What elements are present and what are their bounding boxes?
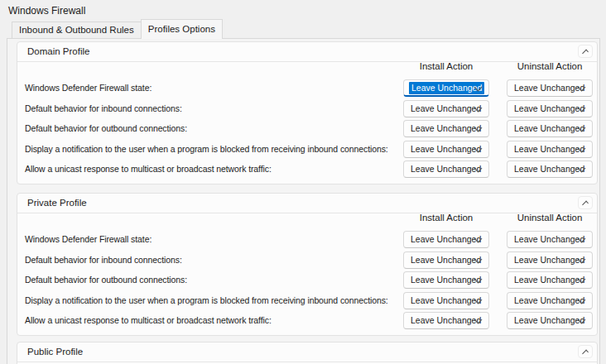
combo-value: Leave Unchanged	[514, 294, 584, 308]
setting-row: Default behavior for outbound connection…	[17, 120, 597, 137]
combo-value: Leave Unchanged	[411, 294, 481, 308]
uninstall-action-select[interactable]: Leave Unchanged	[507, 160, 593, 178]
setting-label: Default behavior for inbound connections…	[25, 100, 182, 117]
section-public-profile: Public Profile	[17, 342, 598, 364]
section-header-private-profile[interactable]: Private Profile	[17, 194, 597, 213]
section-title: Public Profile	[27, 342, 83, 362]
setting-row: Allow a unicast response to multicast or…	[17, 160, 597, 178]
install-action-column-header: Install Action	[403, 61, 489, 73]
setting-row: Display a notification to the user when …	[17, 141, 597, 158]
combo-value: Leave Unchanged	[514, 122, 584, 136]
setting-row: Windows Defender Firewall state:Leave Un…	[17, 79, 597, 97]
install-action-select[interactable]: Leave Unchanged	[403, 271, 489, 289]
combo-value: Leave Unchanged	[411, 232, 481, 247]
setting-label: Default behavior for inbound connections…	[25, 251, 182, 269]
section-title: Domain Profile	[27, 42, 89, 61]
combo-value: Leave Unchanged	[514, 102, 584, 116]
install-action-select[interactable]: Leave Unchanged	[403, 79, 489, 97]
setting-label: Allow a unicast response to multicast or…	[25, 160, 272, 178]
tab-content-panel: Domain ProfileInstall ActionUninstall Ac…	[7, 38, 600, 364]
setting-row: Default behavior for outbound connection…	[17, 271, 597, 289]
chevron-up-icon	[582, 201, 589, 208]
setting-row: Default behavior for inbound connections…	[17, 251, 597, 269]
setting-row: Display a notification to the user when …	[17, 292, 597, 309]
combo-value: Leave Unchanged	[409, 82, 484, 94]
combo-value: Leave Unchanged	[411, 142, 481, 156]
setting-row: Windows Defender Firewall state:Leave Un…	[17, 231, 597, 248]
windows-firewall-pane: Windows Firewall Inbound & Outbound Rule…	[0, 0, 606, 364]
combo-value: Leave Unchanged	[514, 232, 584, 247]
combo-value: Leave Unchanged	[411, 253, 481, 267]
uninstall-action-select[interactable]: Leave Unchanged	[507, 100, 593, 117]
install-action-select[interactable]: Leave Unchanged	[403, 292, 489, 309]
collapse-toggle-button[interactable]	[578, 196, 593, 209]
combo-value: Leave Unchanged	[411, 314, 481, 328]
setting-label: Display a notification to the user when …	[25, 292, 388, 309]
setting-label: Windows Defender Firewall state:	[25, 231, 152, 248]
setting-row: Allow a unicast response to multicast or…	[17, 312, 597, 329]
combo-value: Leave Unchanged	[514, 253, 584, 267]
setting-label: Default behavior for outbound connection…	[25, 120, 187, 137]
page-title: Windows Firewall	[8, 5, 85, 17]
install-action-select[interactable]: Leave Unchanged	[403, 100, 489, 117]
combo-value: Leave Unchanged	[411, 102, 481, 116]
combo-value: Leave Unchanged	[514, 314, 584, 328]
section-header-public-profile[interactable]: Public Profile	[17, 342, 597, 362]
section-title: Private Profile	[27, 194, 87, 213]
install-action-select[interactable]: Leave Unchanged	[403, 160, 489, 178]
setting-label: Allow a unicast response to multicast or…	[25, 312, 272, 329]
uninstall-action-select[interactable]: Leave Unchanged	[507, 141, 593, 158]
uninstall-action-select[interactable]: Leave Unchanged	[507, 271, 593, 289]
setting-label: Windows Defender Firewall state:	[25, 79, 152, 97]
section-domain-profile: Domain ProfileInstall ActionUninstall Ac…	[17, 41, 598, 184]
combo-value: Leave Unchanged	[514, 142, 584, 156]
chevron-up-icon	[582, 350, 589, 357]
uninstall-action-select[interactable]: Leave Unchanged	[507, 292, 593, 309]
section-header-domain-profile[interactable]: Domain Profile	[17, 42, 597, 62]
combo-value: Leave Unchanged	[411, 122, 481, 136]
combo-value: Leave Unchanged	[514, 273, 584, 287]
combo-value: Leave Unchanged	[411, 162, 481, 176]
tab-inbound-outbound-rules[interactable]: Inbound & Outbound Rules	[12, 22, 142, 38]
setting-label: Display a notification to the user when …	[25, 141, 388, 158]
uninstall-action-select[interactable]: Leave Unchanged	[507, 312, 593, 329]
section-private-profile: Private ProfileInstall ActionUninstall A…	[17, 193, 598, 336]
install-action-select[interactable]: Leave Unchanged	[403, 120, 489, 137]
uninstall-action-select[interactable]: Leave Unchanged	[507, 120, 593, 137]
uninstall-action-column-header: Uninstall Action	[507, 213, 593, 224]
uninstall-action-column-header: Uninstall Action	[507, 61, 593, 73]
setting-label: Default behavior for outbound connection…	[25, 271, 187, 289]
setting-row: Default behavior for inbound connections…	[17, 100, 597, 117]
tab-bar: Inbound & Outbound RulesProfiles Options	[12, 19, 222, 39]
tab-profiles-options[interactable]: Profiles Options	[141, 19, 223, 39]
uninstall-action-select[interactable]: Leave Unchanged	[507, 251, 593, 269]
install-action-select[interactable]: Leave Unchanged	[403, 231, 489, 248]
install-action-select[interactable]: Leave Unchanged	[403, 251, 489, 269]
chevron-up-icon	[582, 50, 589, 56]
combo-value: Leave Unchanged	[514, 162, 584, 176]
combo-value: Leave Unchanged	[411, 273, 481, 287]
install-action-select[interactable]: Leave Unchanged	[403, 312, 489, 329]
uninstall-action-select[interactable]: Leave Unchanged	[507, 231, 593, 248]
uninstall-action-select[interactable]: Leave Unchanged	[507, 79, 593, 97]
install-action-select[interactable]: Leave Unchanged	[403, 141, 489, 158]
combo-value: Leave Unchanged	[514, 81, 584, 95]
collapse-toggle-button[interactable]	[578, 45, 593, 58]
collapse-toggle-button[interactable]	[578, 345, 593, 358]
install-action-column-header: Install Action	[403, 213, 489, 224]
